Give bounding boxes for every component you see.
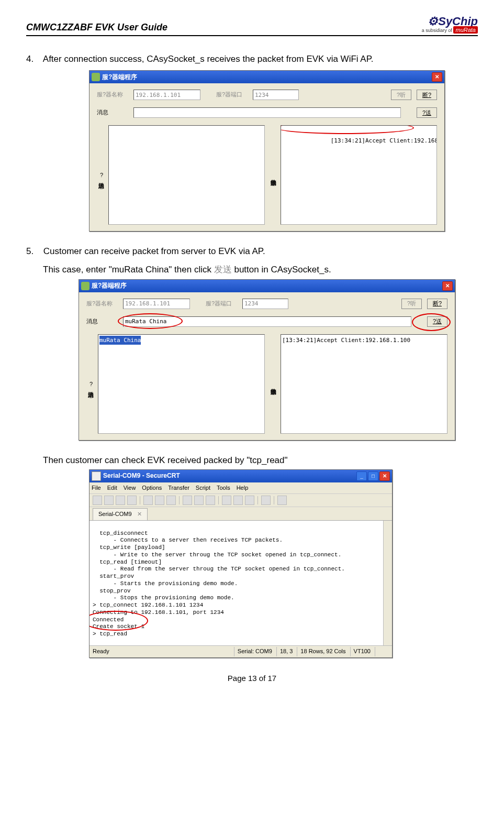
minimize-icon[interactable]: _ bbox=[356, 471, 367, 481]
close-icon[interactable]: ✕ bbox=[432, 72, 442, 82]
step5-number: 5. bbox=[26, 244, 41, 258]
server-name-label: 服?器名称 bbox=[86, 299, 118, 309]
toolbar-icon[interactable] bbox=[183, 496, 192, 505]
menu-transfer[interactable]: Transfer bbox=[168, 484, 189, 493]
window-title: 服?器端程序 bbox=[102, 72, 137, 82]
casysocket-window-2: 服?器端程序 ✕ 服?器名称 服?器端口 ?听 断? 消息 bbox=[79, 279, 455, 441]
status-pos: 18, 3 bbox=[276, 647, 293, 656]
menu-bar[interactable]: File Edit View Options Transfer Script T… bbox=[89, 482, 392, 495]
server-name-label: 服?器名称 bbox=[97, 90, 128, 100]
menu-tools[interactable]: Tools bbox=[217, 484, 230, 493]
disconnect-button[interactable]: 断? bbox=[427, 299, 447, 309]
server-port-input[interactable] bbox=[242, 299, 288, 309]
toolbar-icon[interactable] bbox=[143, 496, 153, 505]
step5-send-btn-ref: 发送 bbox=[214, 265, 232, 274]
server-port-label: 服?器端口 bbox=[206, 299, 237, 309]
message-label: 消息 bbox=[97, 108, 128, 117]
received-messages-pane[interactable]: [13:34:21]Accept Client:192.168.1.100 bbox=[281, 334, 447, 434]
toolbar-icon[interactable] bbox=[104, 496, 114, 505]
sent-messages-pane[interactable] bbox=[108, 125, 265, 225]
toolbar-icon[interactable] bbox=[116, 496, 125, 505]
step5-text-a: Customer can receive packet from server … bbox=[43, 246, 265, 256]
logo-block: ⚙SyChip a subsidiary of muRata bbox=[422, 16, 478, 33]
window-title: 服?器端程序 bbox=[92, 281, 127, 291]
received-line: [13:34:21]Accept Client:192.168.1.100 bbox=[331, 137, 437, 144]
step5-text-b-post: button in CAsySocket_s. bbox=[232, 265, 331, 274]
sent-line: muRata China bbox=[99, 336, 141, 345]
toolbar bbox=[89, 494, 392, 507]
casysocket-window-1: 服?器端程序 ✕ 服?器名称 服?器端口 ?听 断? 消息 bbox=[89, 70, 445, 232]
close-icon[interactable]: ✕ bbox=[379, 471, 390, 481]
tab-close-icon[interactable]: ✕ bbox=[137, 510, 142, 519]
toolbar-icon[interactable] bbox=[93, 496, 102, 505]
server-port-label: 服?器端口 bbox=[216, 90, 248, 100]
server-name-input[interactable] bbox=[123, 299, 190, 309]
listen-button[interactable]: ?听 bbox=[401, 299, 422, 309]
session-tab[interactable]: Serial-COM9 ✕ bbox=[93, 508, 148, 520]
close-icon[interactable]: ✕ bbox=[442, 281, 453, 291]
sent-messages-label: ?送的消息 bbox=[97, 172, 104, 178]
received-line: [13:34:21]Accept Client:192.168.1.100 bbox=[282, 337, 410, 344]
logo-sychip: ⚙SyChip bbox=[422, 16, 478, 27]
send-button[interactable]: ?送 bbox=[417, 107, 437, 118]
toolbar-icon[interactable] bbox=[222, 496, 231, 505]
app-icon bbox=[81, 282, 89, 290]
status-size: 18 Rows, 92 Cols bbox=[297, 647, 345, 656]
step4-text: After connection success, CAsySocket_s r… bbox=[43, 54, 374, 64]
listen-button[interactable]: ?听 bbox=[391, 90, 411, 100]
scrollbar[interactable] bbox=[383, 521, 392, 645]
step4-number: 4. bbox=[26, 52, 41, 66]
status-ready: Ready bbox=[93, 647, 109, 656]
menu-file[interactable]: File bbox=[92, 484, 101, 493]
annotation-circle-send bbox=[412, 313, 451, 331]
status-term: VT100 bbox=[350, 647, 371, 656]
toolbar-icon[interactable] bbox=[261, 496, 271, 505]
status-serial: Serial: COM9 bbox=[234, 647, 272, 656]
terminal[interactable]: tcp_disconnect - Connects to a server th… bbox=[89, 520, 392, 645]
menu-script[interactable]: Script bbox=[196, 484, 210, 493]
menu-options[interactable]: Options bbox=[142, 484, 162, 493]
logo-subsidiary: a subsidiary of bbox=[422, 28, 452, 33]
menu-view[interactable]: View bbox=[124, 484, 136, 493]
menu-help[interactable]: Help bbox=[237, 484, 249, 493]
doc-title: CMWC1ZZABF EVK User Guide bbox=[26, 22, 167, 33]
toolbar-icon[interactable] bbox=[166, 496, 176, 505]
app-icon bbox=[92, 73, 100, 81]
sent-messages-pane[interactable]: muRata China bbox=[98, 334, 265, 434]
message-label: 消息 bbox=[86, 317, 118, 326]
tab-label: Serial-COM9 bbox=[98, 510, 132, 519]
step5-text-b-pre: This case, enter "muRata China" then cli… bbox=[43, 265, 214, 274]
window-title: Serial-COM9 - SecureCRT bbox=[103, 471, 180, 481]
toolbar-icon[interactable] bbox=[127, 496, 137, 505]
logo-murata: muRata bbox=[453, 26, 478, 34]
toolbar-icon[interactable] bbox=[155, 496, 164, 505]
toolbar-icon[interactable] bbox=[206, 496, 215, 505]
menu-edit[interactable]: Edit bbox=[107, 484, 117, 493]
toolbar-icon[interactable] bbox=[194, 496, 204, 505]
securecrt-window: Serial-COM9 - SecureCRT _ □ ✕ File Edit … bbox=[89, 469, 393, 658]
annotation-circle bbox=[281, 125, 414, 134]
received-messages-pane[interactable]: [13:34:21]Accept Client:192.168.1.100 bbox=[281, 125, 437, 225]
then-text: Then customer can check EVK received pac… bbox=[43, 453, 478, 467]
server-name-input[interactable] bbox=[133, 90, 200, 100]
page-footer: Page 13 of 17 bbox=[26, 674, 478, 683]
sent-messages-label: ?送的消息 bbox=[86, 381, 94, 387]
message-input[interactable] bbox=[133, 107, 401, 118]
toolbar-icon[interactable] bbox=[245, 496, 254, 505]
status-bar: Ready Serial: COM9 18, 3 18 Rows, 92 Col… bbox=[89, 645, 392, 657]
toolbar-icon[interactable] bbox=[277, 496, 287, 505]
toolbar-icon[interactable] bbox=[233, 496, 243, 505]
maximize-icon[interactable]: □ bbox=[368, 471, 378, 481]
server-port-input[interactable] bbox=[253, 90, 299, 100]
annotation-circle-msg bbox=[118, 313, 183, 329]
disconnect-button[interactable]: 断? bbox=[417, 90, 437, 100]
app-icon bbox=[92, 471, 101, 481]
